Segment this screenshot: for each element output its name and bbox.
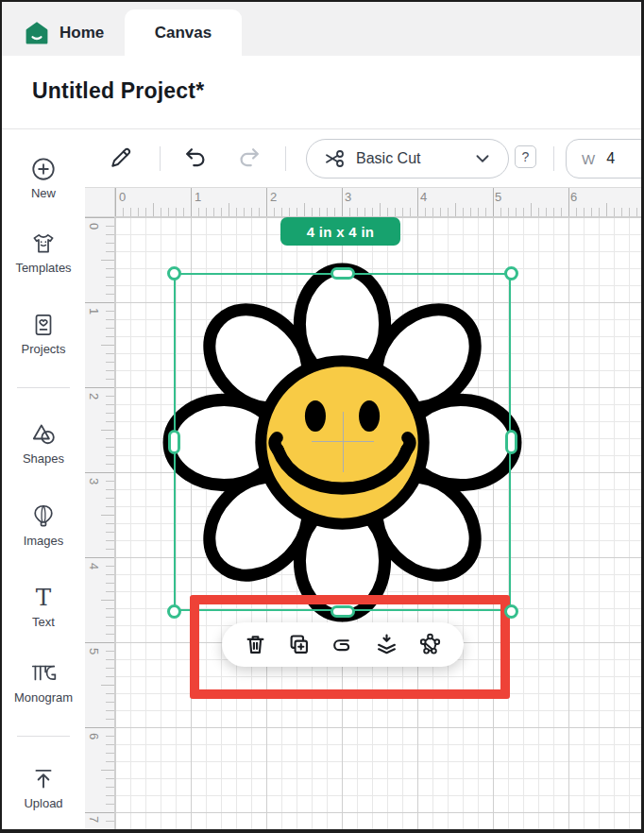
home-icon [25, 21, 49, 45]
v-ruler-label: 3 [87, 475, 101, 488]
sidebar-item-label: Text [32, 615, 55, 629]
duplicate-icon [286, 632, 312, 657]
tab-canvas-label: Canvas [155, 24, 212, 42]
sidebar-item-label: New [31, 186, 56, 200]
h-ruler-label: 0 [119, 190, 126, 204]
width-field-label: W [582, 151, 595, 167]
toolbar-divider [553, 146, 554, 171]
triangle-circle-icon [29, 420, 58, 449]
sidebar-item-templates[interactable]: Templates [2, 230, 85, 275]
upload-icon [29, 765, 58, 793]
selection-handle-bottom-right[interactable] [504, 604, 518, 619]
balloon-icon [29, 502, 58, 531]
selection-handle-bottom-left[interactable] [167, 604, 181, 619]
sidebar-item-label: Projects [22, 342, 66, 356]
v-ruler-label: 6 [87, 730, 101, 743]
flatten-icon [374, 632, 399, 657]
selection-size-badge: 4 in x 4 in [280, 217, 400, 246]
pencil-icon [108, 144, 134, 171]
v-ruler-label: 1 [87, 305, 101, 318]
tshirt-icon [29, 230, 58, 258]
sidebar-divider [17, 736, 70, 737]
tab-home[interactable]: Home [15, 9, 113, 56]
sidebar-item-text[interactable]: T Text [2, 584, 85, 629]
paperclip-icon [330, 632, 355, 657]
sidebar: New Templates Projects [2, 129, 86, 833]
weld-nodes-icon [417, 632, 443, 657]
svg-text:T: T [36, 584, 52, 611]
monogram-icon [29, 659, 58, 688]
redo-icon [236, 144, 263, 171]
selection-handle-bottom-middle[interactable] [330, 605, 355, 618]
object-action-toolbar [222, 622, 464, 667]
selection-handle-top-left[interactable] [167, 266, 181, 280]
help-button[interactable]: ? [515, 145, 536, 168]
ruler-corner [85, 187, 115, 217]
scissors-icon [322, 146, 347, 171]
toolbar-divider [285, 146, 286, 171]
h-ruler-label: 5 [495, 190, 501, 204]
sidebar-item-images[interactable]: Images [2, 502, 85, 548]
h-ruler-label: 6 [570, 190, 577, 204]
undo-button[interactable] [180, 143, 211, 173]
plus-circle-icon [29, 155, 58, 183]
width-field-value: 4 [606, 150, 615, 167]
selection-handle-middle-left[interactable] [168, 430, 180, 454]
v-ruler-label: 7 [87, 813, 101, 826]
edit-toolbar: Basic Cut ? W 4 [85, 129, 644, 187]
selection-handle-top-middle[interactable] [330, 267, 355, 280]
tab-canvas[interactable]: Canvas [125, 9, 242, 56]
operation-label: Basic Cut [356, 150, 420, 167]
delete-button[interactable] [239, 629, 271, 661]
h-ruler-label: 1 [195, 190, 201, 204]
selection-bounding-box[interactable] [174, 273, 511, 611]
h-ruler-label: 2 [270, 190, 277, 204]
sidebar-item-upload[interactable]: Upload [2, 765, 85, 810]
redo-button[interactable] [234, 143, 264, 173]
card-heart-icon [29, 311, 58, 339]
tab-home-label: Home [59, 24, 104, 42]
v-ruler-label: 5 [87, 645, 101, 658]
undo-icon [182, 144, 209, 171]
sidebar-item-label: Upload [24, 796, 62, 810]
sidebar-item-new[interactable]: New [2, 155, 85, 200]
text-icon: T [29, 584, 58, 612]
sidebar-divider [17, 387, 70, 388]
h-ruler-label: 3 [345, 190, 351, 204]
sidebar-item-monogram[interactable]: Monogram [2, 659, 85, 705]
v-ruler-label: 2 [87, 390, 101, 403]
weld-button[interactable] [415, 629, 447, 661]
duplicate-button[interactable] [283, 629, 315, 661]
operation-select[interactable]: Basic Cut [306, 139, 509, 178]
selection-handle-middle-right[interactable] [505, 430, 517, 454]
project-header: Untitled Project* [2, 56, 641, 129]
trash-icon [243, 632, 268, 657]
v-ruler-label: 4 [87, 560, 101, 573]
sidebar-item-label: Templates [15, 261, 71, 275]
v-ruler-label: 0 [87, 220, 101, 233]
project-title: Untitled Project* [32, 78, 204, 104]
selection-handle-top-right[interactable] [504, 266, 518, 280]
sidebar-item-label: Shapes [23, 451, 64, 466]
edit-pencil-button[interactable] [106, 143, 136, 173]
sidebar-item-label: Monogram [14, 690, 73, 705]
sidebar-item-shapes[interactable]: Shapes [2, 420, 85, 466]
tab-bar: Home Canvas [2, 2, 641, 56]
sidebar-item-projects[interactable]: Projects [2, 311, 85, 356]
flatten-button[interactable] [370, 629, 402, 661]
cricut-design-space-window: Home Canvas Untitled Project* New [0, 0, 644, 833]
h-ruler-label: 4 [420, 190, 427, 204]
width-field[interactable]: W 4 [566, 139, 644, 178]
attach-button[interactable] [327, 629, 359, 661]
chevron-down-icon [472, 148, 493, 169]
toolbar-divider [160, 146, 161, 171]
sidebar-item-label: Images [24, 534, 64, 548]
